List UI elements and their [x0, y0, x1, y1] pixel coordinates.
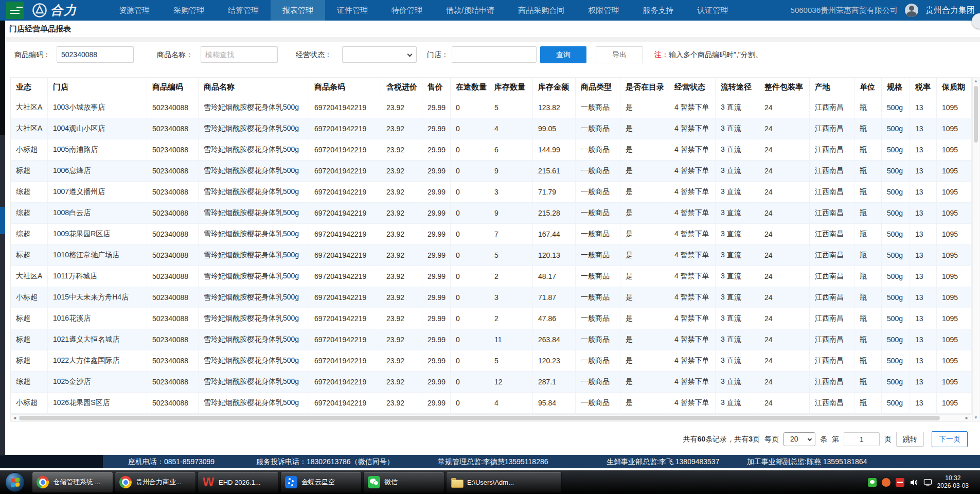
table-cell: 263.84	[533, 329, 576, 350]
table-cell: 1095	[937, 308, 972, 329]
table-cell: 4 暂禁下单	[669, 266, 716, 287]
table-row[interactable]: 标超1016花溪店502340088雪玲妃烟酰胺樱花身体乳500g6972041…	[11, 308, 972, 329]
column-header: 售价	[422, 78, 451, 97]
table-cell: 4 暂禁下单	[669, 224, 716, 245]
nav-item[interactable]: 资源管理	[107, 0, 162, 21]
vertical-scrollbar[interactable]: ▲ ▼	[972, 77, 979, 422]
table-row[interactable]: 小标超1005南浦路店502340088雪玲妃烟酰胺樱花身体乳500g69720…	[11, 139, 972, 161]
search-button[interactable]: 查询	[540, 46, 586, 63]
nav-item[interactable]: 认证管理	[685, 0, 740, 21]
column-header: 产地	[810, 78, 854, 97]
table-cell: 13	[910, 224, 937, 245]
table-cell: 23.92	[381, 182, 422, 203]
table-row[interactable]: 小标超1015中天未来方舟H4店502340088雪玲妃烟酰胺樱花身体乳500g…	[11, 287, 972, 308]
nav-item[interactable]: 证件管理	[325, 0, 380, 21]
taskbar-app-button[interactable]: 金蝶云星空	[280, 472, 362, 492]
jump-button[interactable]: 跳转	[896, 432, 924, 447]
user-avatar[interactable]	[905, 4, 918, 17]
table-row[interactable]: 标超1021遵义大恒名城店502340088雪玲妃烟酰胺樱花身体乳500g697…	[11, 329, 972, 350]
scroll-left-icon[interactable]: ◄	[11, 415, 19, 421]
table-cell: 雪玲妃烟酰胺樱花身体乳500g	[199, 372, 309, 393]
table-cell: 502340088	[147, 350, 199, 372]
scroll-up-icon[interactable]: ▲	[973, 78, 979, 85]
table-cell: 一般商品	[576, 224, 620, 245]
table-row[interactable]: 标超1022大方佳鑫国际店502340088雪玲妃烟酰胺樱花身体乳500g697…	[11, 350, 972, 372]
scroll-down-icon[interactable]: ▼	[973, 414, 979, 421]
table-cell: 是	[620, 203, 669, 224]
table-row[interactable]: 综超1008白云店502340088雪玲妃烟酰胺樱花身体乳500g6972041…	[11, 203, 972, 224]
table-cell: 500g	[882, 161, 910, 182]
table-cell: 29.99	[422, 97, 451, 118]
taskbar-app-button[interactable]: 微信	[363, 472, 444, 492]
nav-item[interactable]: 权限管理	[576, 0, 631, 21]
security-tray-icon[interactable]	[882, 478, 890, 487]
table-row[interactable]: 小标超1026花果园S区店502340088雪玲妃烟酰胺樱花身体乳500g697…	[11, 393, 972, 414]
store-input[interactable]	[452, 46, 537, 63]
hscroll-thumb[interactable]	[19, 416, 940, 420]
start-button[interactable]	[5, 472, 25, 492]
table-cell: 29.99	[422, 245, 451, 266]
nav-item[interactable]: 报表管理	[271, 0, 325, 21]
table-cell: 江西南昌	[810, 161, 854, 182]
table-row[interactable]: 综超1025金沙店502340088雪玲妃烟酰胺樱花身体乳500g6972041…	[11, 372, 972, 393]
table-cell: 167.44	[533, 224, 576, 245]
product-name-input[interactable]	[201, 46, 278, 63]
table-row[interactable]: 大社区A1011万科城店502340088雪玲妃烟酰胺樱花身体乳500g6972…	[11, 266, 972, 287]
table-cell: 1007遵义播州店	[48, 182, 147, 203]
table-cell: 1004观山小区店	[48, 118, 147, 139]
table-cell: 0	[451, 118, 489, 139]
table-cell: 瓶	[854, 329, 882, 350]
volume-icon[interactable]	[910, 478, 918, 487]
collapsed-sidebar[interactable]	[0, 21, 5, 455]
horizontal-scrollbar[interactable]: ◄ ►	[10, 414, 971, 422]
column-header: 商品类型	[576, 78, 620, 97]
table-cell: 215.28	[533, 203, 576, 224]
page-number-input[interactable]	[844, 432, 880, 446]
table-cell: 11	[489, 329, 533, 350]
table-cell: 0	[451, 245, 489, 266]
table-cell: 是	[620, 372, 669, 393]
nav-item[interactable]: 采购管理	[162, 0, 216, 21]
nav-item[interactable]: 结算管理	[216, 0, 271, 21]
table-cell: 502340088	[147, 393, 199, 414]
table-row[interactable]: 综超1009花果园R区店502340088雪玲妃烟酰胺樱花身体乳500g6972…	[11, 224, 972, 245]
table-cell: 120.13	[533, 245, 576, 266]
table-cell: 瓶	[854, 224, 882, 245]
scroll-right-icon[interactable]: ►	[963, 415, 971, 421]
taskbar-app-button[interactable]: WEHD 2026.1...	[198, 472, 279, 492]
product-code-input[interactable]	[57, 46, 134, 63]
table-cell: 0	[451, 393, 489, 414]
table-row[interactable]: 大社区A1004观山小区店502340088雪玲妃烟酰胺樱花身体乳500g697…	[11, 118, 972, 139]
nav-item[interactable]: 特价管理	[380, 0, 434, 21]
nav-item[interactable]: 借款/预结申请	[434, 0, 506, 21]
table-row[interactable]: 标超1006息烽店502340088雪玲妃烟酰胺樱花身体乳500g6972041…	[11, 161, 972, 182]
next-page-button[interactable]: 下一页	[932, 431, 968, 447]
wechat-tray-icon[interactable]	[868, 478, 877, 487]
display-tray-icon[interactable]	[923, 478, 932, 487]
nav-item[interactable]: 服务支持	[631, 0, 685, 21]
table-cell: 0	[451, 139, 489, 161]
taskbar-app-button[interactable]: 仓储管理系统 ...	[32, 472, 113, 492]
sidebar-collapse-icon[interactable]	[6, 2, 24, 19]
table-cell: 13	[910, 372, 937, 393]
taskbar-app-button[interactable]: 贵州合力商业...	[115, 472, 196, 492]
nav-item[interactable]: 商品采购合同	[506, 0, 576, 21]
table-cell: 502340088	[147, 329, 199, 350]
table-cell: 1095	[937, 118, 972, 139]
vscroll-thumb[interactable]	[974, 86, 978, 143]
table-cell: 6972041942219	[309, 393, 381, 414]
table-cell: 标超	[11, 350, 48, 372]
table-cell: 是	[620, 161, 669, 182]
table-cell: 雪玲妃烟酰胺樱花身体乳500g	[199, 161, 309, 182]
taskbar-clock[interactable]: 10:32 2026-03-03	[937, 474, 969, 490]
export-button[interactable]: 导出	[596, 46, 643, 63]
status-select[interactable]	[342, 46, 417, 63]
user-group-name[interactable]: 贵州合力集团	[925, 5, 975, 16]
table-row[interactable]: 综超1007遵义播州店502340088雪玲妃烟酰胺樱花身体乳500g69720…	[11, 182, 972, 203]
taskbar-app-button[interactable]: E:\Users\Adm...	[446, 472, 562, 492]
table-row[interactable]: 大社区A1003小城故事店502340088雪玲妃烟酰胺樱花身体乳500g697…	[11, 97, 972, 118]
table-cell: 雪玲妃烟酰胺樱花身体乳500g	[199, 393, 309, 414]
per-page-select[interactable]: 20	[783, 432, 815, 446]
alert-tray-icon[interactable]	[896, 478, 904, 487]
table-row[interactable]: 标超1010榕江常驰广场店502340088雪玲妃烟酰胺樱花身体乳500g697…	[11, 245, 972, 266]
